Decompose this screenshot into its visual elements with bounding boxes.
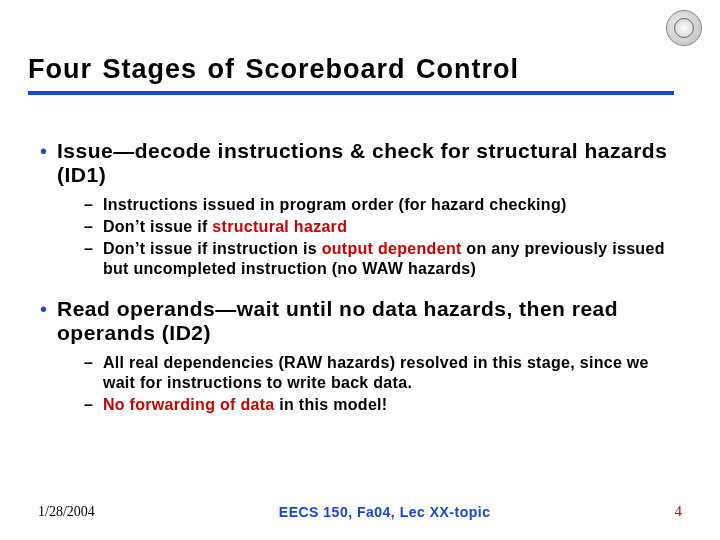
slide-content: • Issue—decode instructions & check for … [40,139,680,415]
footer-page-number: 4 [675,503,683,520]
bullet-read-operands: • Read operands—wait until no data hazar… [40,297,680,345]
bullet-dot-icon: • [40,139,47,187]
seal-logo [666,10,702,46]
dash-icon: – [84,239,93,279]
sub-red: No forwarding of data [103,396,275,413]
sub-item: – No forwarding of data in this model! [84,395,680,415]
footer-center: EECS 150, Fa04, Lec XX-topic [95,504,675,520]
sub-red: output dependent [322,240,462,257]
title-underline [28,91,674,95]
sub-pre: Don’t issue if instruction is [103,240,322,257]
sub-item: – Don’t issue if structural hazard [84,217,680,237]
dash-icon: – [84,395,93,415]
sub-item: – Instructions issued in program order (… [84,195,680,215]
seal-logo-inner [674,18,694,38]
bullet-text: Read operands—wait until no data hazards… [57,297,680,345]
sub-post: in this model! [275,396,388,413]
footer-date: 1/28/2004 [38,504,95,520]
bullet-dot-icon: • [40,297,47,345]
sublist-issue: – Instructions issued in program order (… [84,195,680,279]
sub-text: Don’t issue if instruction is output dep… [103,239,680,279]
slide-footer: 1/28/2004 EECS 150, Fa04, Lec XX-topic 4 [0,503,720,520]
sub-item: – Don’t issue if instruction is output d… [84,239,680,279]
sublist-read-operands: – All real dependencies (RAW hazards) re… [84,353,680,415]
sub-pre: Don’t issue if [103,218,212,235]
sub-text: All real dependencies (RAW hazards) reso… [103,353,680,393]
dash-icon: – [84,217,93,237]
sub-text: No forwarding of data in this model! [103,395,388,415]
title-block: Four Stages of Scoreboard Control [28,54,692,95]
sub-item: – All real dependencies (RAW hazards) re… [84,353,680,393]
slide-title: Four Stages of Scoreboard Control [28,54,692,85]
dash-icon: – [84,195,93,215]
sub-text: Don’t issue if structural hazard [103,217,347,237]
sub-red: structural hazard [212,218,347,235]
bullet-issue: • Issue—decode instructions & check for … [40,139,680,187]
sub-text: Instructions issued in program order (fo… [103,195,567,215]
bullet-text: Issue—decode instructions & check for st… [57,139,680,187]
dash-icon: – [84,353,93,393]
